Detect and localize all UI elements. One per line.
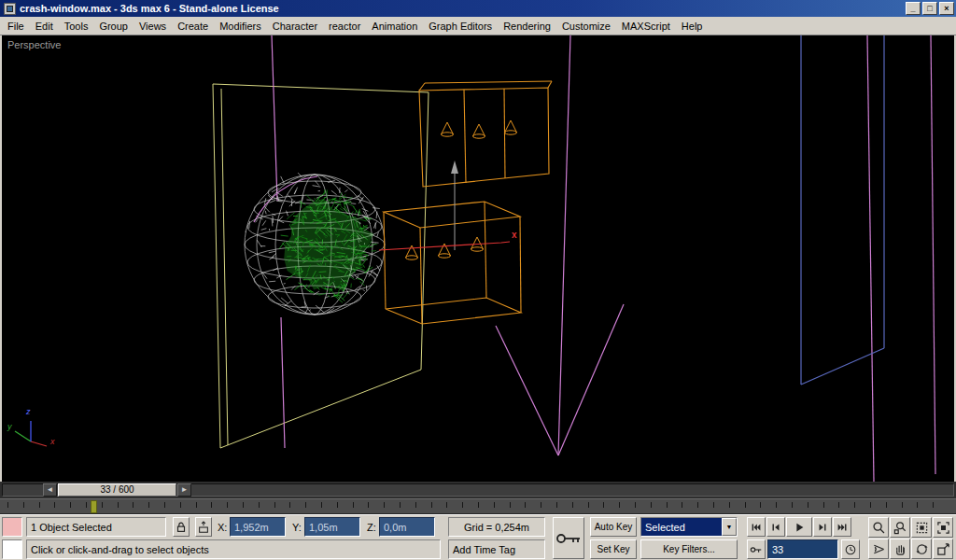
zoom-icon bbox=[872, 521, 886, 535]
key-mode-toggle-button[interactable] bbox=[747, 539, 766, 559]
selection-status-field: 1 Object Selected bbox=[26, 517, 166, 537]
menu-item-help[interactable]: Help bbox=[676, 18, 709, 35]
maxscript-mini-listener-field[interactable] bbox=[2, 539, 22, 559]
pan-hand-icon bbox=[893, 542, 907, 556]
application-window: crash-window.max - 3ds max 6 - Stand-alo… bbox=[0, 0, 956, 560]
minimize-button[interactable]: _ bbox=[906, 2, 921, 15]
menu-item-edit[interactable]: Edit bbox=[30, 18, 59, 35]
zoom-all-icon bbox=[893, 521, 907, 535]
selection-set-value: Selected bbox=[641, 518, 722, 536]
key-filters-button[interactable]: Key Filters... bbox=[640, 539, 738, 559]
menu-item-file[interactable]: File bbox=[2, 18, 30, 35]
title-bar[interactable]: crash-window.max - 3ds max 6 - Stand-alo… bbox=[0, 0, 956, 17]
world-axis-x-label: x bbox=[50, 437, 55, 446]
go-to-end-icon bbox=[836, 521, 849, 534]
field-of-view-icon bbox=[872, 542, 886, 556]
grid-size-field: Grid = 0,254m bbox=[448, 517, 545, 537]
arc-rotate-icon bbox=[915, 542, 929, 556]
menu-item-modifiers[interactable]: Modifiers bbox=[214, 18, 267, 35]
chevron-down-icon: ▼ bbox=[726, 524, 733, 530]
y-coordinate-label: Y: bbox=[292, 522, 302, 533]
menu-item-character[interactable]: Character bbox=[267, 18, 323, 35]
x-coordinate-field[interactable]: 1,952m bbox=[230, 517, 286, 537]
auto-key-button[interactable]: Auto Key bbox=[590, 517, 637, 537]
next-frame-icon bbox=[816, 521, 829, 534]
app-icon[interactable] bbox=[4, 3, 16, 15]
time-configuration-icon bbox=[844, 543, 857, 556]
close-button[interactable]: × bbox=[939, 2, 954, 15]
previous-frame-slider-button[interactable]: ◄ bbox=[43, 483, 57, 497]
zoom-extents-all-icon bbox=[936, 521, 950, 535]
set-keys-button[interactable] bbox=[553, 517, 584, 559]
time-configuration-button[interactable] bbox=[841, 539, 860, 559]
time-slider-handle[interactable]: 33 / 600 bbox=[58, 483, 176, 497]
menu-item-tools[interactable]: Tools bbox=[59, 18, 94, 35]
viewport-label[interactable]: Perspective bbox=[7, 39, 61, 50]
perspective-viewport[interactable]: Perspective x x y z bbox=[0, 35, 956, 482]
min-max-toggle-icon bbox=[936, 542, 950, 556]
add-time-tag-field[interactable]: Add Time Tag bbox=[448, 539, 545, 559]
current-frame-marker[interactable] bbox=[91, 500, 97, 513]
play-icon bbox=[793, 521, 806, 534]
go-to-start-button[interactable] bbox=[747, 517, 766, 537]
next-frame-button[interactable] bbox=[813, 517, 832, 537]
track-bar[interactable] bbox=[0, 498, 956, 514]
selection-lock-toggle[interactable] bbox=[173, 517, 190, 537]
world-axis-z-label: z bbox=[26, 407, 31, 416]
viewport-scene bbox=[0, 35, 956, 482]
zoom-button[interactable] bbox=[868, 517, 889, 538]
menu-item-maxscript[interactable]: MAXScript bbox=[616, 18, 676, 35]
key-icon bbox=[555, 529, 582, 548]
set-key-button[interactable]: Set Key bbox=[590, 539, 637, 559]
menu-item-rendering[interactable]: Rendering bbox=[498, 18, 556, 35]
play-animation-button[interactable] bbox=[786, 517, 812, 537]
go-to-start-icon bbox=[750, 521, 763, 534]
x-coordinate-label: X: bbox=[218, 522, 227, 533]
time-slider: ◄ 33 / 600 ► bbox=[0, 482, 956, 498]
status-bar: 1 Object Selected Click or click-and-dra… bbox=[0, 514, 956, 560]
app-icon-glyph bbox=[7, 6, 13, 12]
maxscript-macro-recorder-field[interactable] bbox=[2, 517, 22, 537]
min-max-toggle-button[interactable] bbox=[933, 539, 953, 559]
prompt-line-field: Click or click-and-drag to select object… bbox=[26, 539, 441, 559]
world-axis-y-label: y bbox=[7, 422, 12, 431]
absolute-mode-transform-toggle[interactable] bbox=[195, 517, 212, 537]
pan-view-button[interactable] bbox=[890, 539, 910, 559]
menu-item-graph-editors[interactable]: Graph Editors bbox=[423, 18, 498, 35]
zoom-all-button[interactable] bbox=[890, 517, 910, 538]
previous-frame-button[interactable] bbox=[766, 517, 785, 537]
previous-frame-icon bbox=[769, 521, 782, 534]
transform-typein-icon bbox=[197, 521, 210, 534]
menu-item-reactor[interactable]: reactor bbox=[323, 18, 366, 35]
zoom-extents-all-button[interactable] bbox=[933, 517, 953, 538]
menu-item-group[interactable]: Group bbox=[93, 18, 134, 35]
gizmo-x-axis-label: x bbox=[512, 230, 517, 240]
next-frame-slider-button[interactable]: ► bbox=[177, 483, 191, 497]
go-to-end-button[interactable] bbox=[833, 517, 851, 537]
menu-item-views[interactable]: Views bbox=[134, 18, 172, 35]
zoom-extents-icon bbox=[915, 521, 929, 535]
menu-item-animation[interactable]: Animation bbox=[366, 18, 423, 35]
window-title: crash-window.max - 3ds max 6 - Stand-alo… bbox=[20, 3, 906, 14]
arc-rotate-button[interactable] bbox=[911, 539, 932, 559]
z-coordinate-field[interactable]: 0,0m bbox=[379, 517, 435, 537]
menu-item-customize[interactable]: Customize bbox=[556, 18, 616, 35]
combo-dropdown-button[interactable]: ▼ bbox=[722, 518, 737, 536]
field-of-view-button[interactable] bbox=[868, 539, 889, 559]
lock-icon bbox=[175, 521, 188, 534]
menu-bar: File Edit Tools Group Views Create Modif… bbox=[0, 17, 956, 35]
y-coordinate-field[interactable]: 1,05m bbox=[304, 517, 360, 537]
restore-button[interactable]: □ bbox=[922, 2, 937, 15]
zoom-extents-button[interactable] bbox=[911, 517, 932, 538]
menu-item-create[interactable]: Create bbox=[172, 18, 214, 35]
key-mode-icon bbox=[750, 543, 763, 556]
current-frame-field[interactable]: 33 bbox=[767, 539, 838, 559]
named-selection-set-combobox[interactable]: Selected ▼ bbox=[640, 517, 738, 537]
z-coordinate-label: Z: bbox=[367, 522, 376, 533]
